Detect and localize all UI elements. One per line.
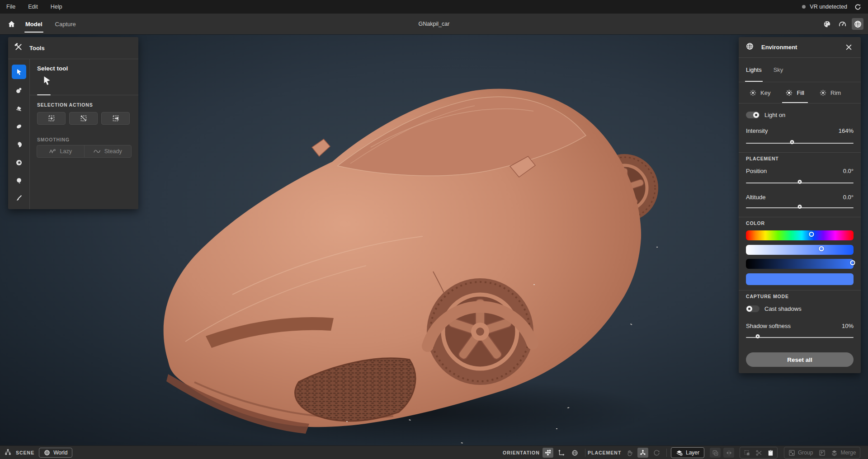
tools-icon-column: [8, 59, 30, 209]
active-tool-tab-indicator: [37, 94, 51, 95]
axes-icon[interactable]: [556, 448, 567, 458]
globe-icon: [746, 42, 754, 52]
globe-icon[interactable]: [852, 18, 863, 30]
cast-shadows-label: Cast shadows: [764, 305, 802, 312]
hand-icon[interactable]: [624, 448, 635, 458]
intensity-label: Intensity: [746, 127, 768, 134]
group-icon: [788, 450, 795, 456]
vr-status-dot: [802, 5, 806, 9]
position-value: 0.0°: [843, 168, 854, 174]
tools-icon: [14, 43, 23, 53]
group-button[interactable]: Group: [786, 448, 816, 458]
close-icon[interactable]: [844, 42, 854, 52]
altitude-label: Altitude: [746, 194, 765, 201]
shadow-softness-value: 10%: [842, 323, 854, 329]
deselect-button[interactable]: [69, 112, 98, 125]
car-front-wheel: [427, 278, 533, 385]
hue-slider[interactable]: [746, 230, 854, 240]
paint-tool-button[interactable]: [12, 191, 26, 206]
eraser-tool-button[interactable]: [12, 101, 26, 116]
gauge-icon[interactable]: [836, 18, 848, 30]
selection-actions-label: SELECTION ACTIONS: [37, 102, 93, 108]
select-all-button[interactable]: [37, 112, 66, 125]
layer-button[interactable]: Layer: [671, 447, 704, 458]
environment-panel-title: Environment: [761, 44, 836, 51]
refresh-icon[interactable]: [853, 2, 863, 12]
cast-shadows-toggle[interactable]: [746, 305, 760, 312]
inflate-tool-button[interactable]: [12, 173, 26, 188]
light-on-label: Light on: [764, 112, 785, 118]
merge-button[interactable]: Merge: [828, 448, 859, 458]
value-slider[interactable]: [746, 259, 854, 269]
merge-icon: [831, 450, 838, 456]
altitude-slider[interactable]: [746, 204, 854, 211]
stamp-tool-button[interactable]: [12, 155, 26, 170]
smoothing-control: Lazy Steady: [37, 145, 132, 158]
tab-lights[interactable]: Lights: [746, 58, 762, 82]
color-section-label: COLOR: [746, 220, 765, 226]
menu-edit[interactable]: Edit: [22, 0, 44, 14]
clay-tool-button[interactable]: [12, 83, 26, 98]
home-icon[interactable]: [4, 16, 19, 32]
ungroup-icon[interactable]: [816, 448, 827, 458]
intensity-value: 164%: [839, 127, 854, 134]
shadow-softness-label: Shadow softness: [746, 323, 791, 329]
header-bar: GNakpil_car Model Capture: [0, 14, 868, 34]
world-orient-icon[interactable]: [570, 448, 580, 458]
duplicate-icon[interactable]: [710, 448, 721, 458]
scissors-icon[interactable]: [753, 448, 764, 458]
tab-capture[interactable]: Capture: [49, 14, 82, 34]
menu-file[interactable]: File: [0, 0, 22, 14]
tools-panel: Tools Select tool: [8, 37, 138, 209]
world-button[interactable]: World: [39, 448, 72, 458]
mirror-icon[interactable]: [723, 448, 734, 458]
color-preview-swatch: [746, 273, 854, 285]
tab-rim-light[interactable]: Rim: [815, 82, 845, 103]
steady-wave-icon: [94, 149, 101, 154]
clipboard-icon[interactable]: [765, 448, 776, 458]
tools-panel-header: Tools: [8, 37, 138, 59]
intensity-slider[interactable]: [746, 140, 854, 147]
tab-fill-light[interactable]: Fill: [781, 82, 809, 103]
select-tool-button[interactable]: [12, 65, 26, 79]
tab-model[interactable]: Model: [19, 14, 49, 34]
document-title: GNakpil_car: [0, 21, 868, 27]
layers-icon: [676, 450, 683, 456]
sun-icon: [786, 89, 793, 96]
reset-all-button[interactable]: Reset all: [746, 352, 854, 367]
smudge-tool-button[interactable]: [12, 119, 26, 134]
select-cursor-icon: [42, 75, 52, 87]
palette-icon[interactable]: [821, 18, 833, 30]
tools-panel-title: Tools: [29, 45, 45, 52]
menu-help[interactable]: Help: [44, 0, 69, 14]
cut-sphere-tool-button[interactable]: [12, 137, 26, 152]
light-on-toggle[interactable]: [746, 112, 760, 118]
smoothing-label: SMOOTHING: [37, 137, 70, 142]
move-gizmo-icon[interactable]: [542, 448, 553, 458]
environment-panel: Environment Lights Sky Key Fill Rim Ligh…: [739, 37, 861, 373]
scene-tree-icon: [5, 449, 11, 457]
scene-label: SCENE: [16, 450, 34, 455]
tab-sky[interactable]: Sky: [774, 58, 783, 82]
vr-status-text: VR undetected: [810, 4, 847, 10]
placement-label: PLACEMENT: [588, 450, 621, 455]
altitude-value: 0.0°: [843, 194, 854, 201]
orbit-icon[interactable]: [651, 448, 662, 458]
saturation-slider[interactable]: [746, 245, 854, 255]
position-label: Position: [746, 168, 767, 174]
tab-key-light[interactable]: Key: [745, 82, 775, 103]
placement-section-label: PLACEMENT: [746, 156, 779, 161]
status-bar: SCENE World ORIENTATION PLACEMENT: [0, 445, 868, 459]
copy-selection-icon[interactable]: [741, 448, 752, 458]
orientation-label: ORIENTATION: [503, 450, 540, 455]
sun-icon: [750, 89, 756, 96]
lazy-smoothing-button[interactable]: Lazy: [37, 145, 84, 157]
shadow-softness-slider[interactable]: [746, 334, 854, 341]
tripod-icon[interactable]: [637, 448, 648, 458]
capture-mode-section-label: CAPTURE MODE: [746, 294, 789, 299]
steady-smoothing-button[interactable]: Steady: [84, 145, 132, 157]
globe-icon: [44, 450, 50, 456]
move-selection-button[interactable]: [101, 112, 130, 125]
position-slider[interactable]: [746, 179, 854, 187]
sun-icon: [820, 89, 826, 96]
